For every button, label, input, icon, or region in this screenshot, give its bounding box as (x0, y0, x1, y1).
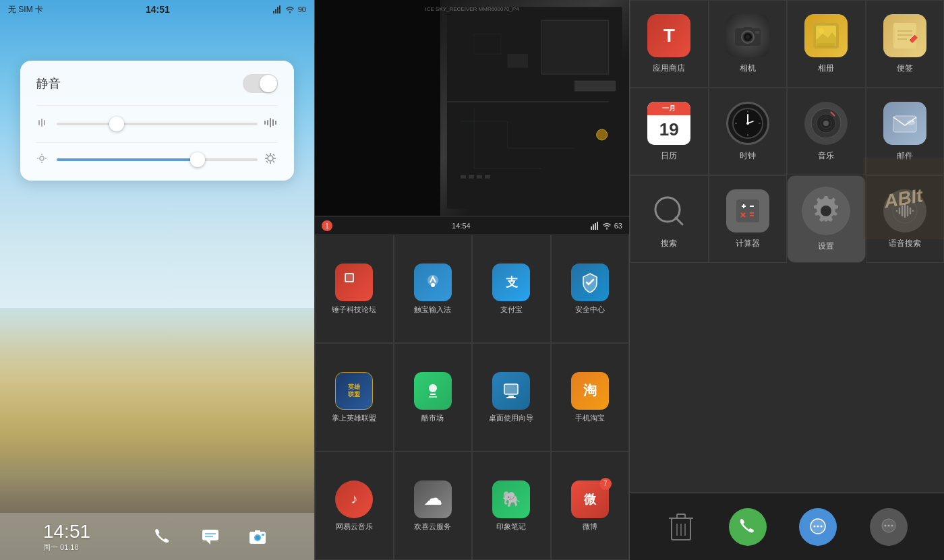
battery-label-1: 90 (298, 5, 306, 13)
app-cell-calc[interactable]: 计算器 (709, 175, 788, 263)
abit-text: ABIt (883, 185, 924, 213)
app-cell-search[interactable]: 搜索 (630, 175, 709, 263)
svg-line-22 (266, 154, 268, 156)
status-left: 无 SIM 卡 (8, 4, 43, 15)
app-label-huanxi: 欢喜云服务 (414, 522, 451, 532)
app-icon-desktop (492, 372, 530, 410)
app-label-lol: 掌上英雄联盟 (332, 413, 376, 423)
svg-rect-42 (461, 175, 466, 179)
brightness-slider-row (36, 152, 278, 167)
dock-phone-icon[interactable] (729, 508, 767, 546)
app-cell-appstore[interactable]: T 应用商店 (630, 0, 709, 88)
vibrate-slider-row (36, 117, 278, 131)
svg-rect-48 (595, 223, 596, 230)
brightness-fill (57, 158, 198, 161)
panel-homescreen: T 应用商店 相机 (630, 0, 944, 560)
svg-point-101 (821, 206, 831, 216)
app-cell-touchpal[interactable]: 触宝输入法 (394, 235, 473, 343)
app-icon-lol: 英雄联盟 (335, 372, 373, 410)
vibrate-thumb[interactable] (109, 117, 124, 131)
app-grid-3: T 应用商店 相机 (630, 0, 944, 493)
status-bar-2: 1 14:54 63 (315, 217, 629, 235)
app-icon-evernote: 🐘 (492, 480, 530, 518)
app-cell-calendar[interactable]: 一月 19 日历 (630, 88, 709, 175)
app-icon-wrapper-hammer (335, 263, 373, 301)
app-cell-camera[interactable]: 相机 (709, 0, 788, 88)
brightness-thumb[interactable] (190, 152, 205, 167)
app-label-taobao: 手机淘宝 (575, 413, 605, 423)
svg-point-68 (819, 28, 824, 34)
app-label-voice: 语音搜索 (889, 238, 921, 249)
svg-rect-56 (429, 396, 437, 398)
status-right-2: 63 (590, 221, 622, 230)
app-icon-wrapper-huanxi: ☁ (414, 480, 452, 518)
app-label-coolapk: 酷市场 (421, 413, 444, 423)
app-label-alipay: 支付宝 (500, 305, 523, 315)
svg-rect-55 (430, 394, 436, 395)
app-icon-music (804, 102, 848, 145)
svg-rect-11 (275, 121, 276, 125)
camera-icon[interactable] (244, 523, 271, 550)
app-cell-alipay[interactable]: 支 支付宝 (472, 235, 551, 343)
app-icon-alipay: 支 (492, 263, 530, 301)
app-cell-desktop[interactable]: 桌面使用向导 (472, 343, 551, 452)
app-icon-photos (804, 14, 848, 57)
svg-rect-34 (262, 534, 264, 536)
svg-point-54 (429, 384, 437, 392)
svg-rect-9 (272, 119, 274, 126)
app-icon-clock (726, 102, 769, 145)
vibrate-track[interactable] (57, 123, 258, 125)
svg-rect-1 (275, 9, 276, 13)
status-right-1: 90 (272, 5, 306, 14)
app-cell-netease[interactable]: ♪ 网易云音乐 (315, 452, 394, 560)
svg-rect-5 (41, 119, 42, 127)
app-icon-wrapper-coolapk (414, 372, 452, 410)
vibrate-min-icon (36, 117, 50, 131)
app-cell-notes[interactable]: 便签 (866, 0, 945, 88)
svg-point-121 (884, 524, 886, 526)
bottom-date: 周一 01.18 (43, 542, 90, 553)
app-cell-taobao[interactable]: 淘 手机淘宝 (551, 343, 630, 452)
mute-row[interactable]: 静音 (36, 74, 278, 93)
trash-wrapper (666, 510, 696, 544)
app-icon-coolapk (414, 372, 452, 410)
app-cell-coolapk[interactable]: 酷市场 (394, 343, 473, 452)
app-cell-lol[interactable]: 英雄联盟 掌上英雄联盟 (315, 343, 394, 452)
abit-watermark: ABIt (863, 158, 944, 239)
app-cell-settings[interactable]: 设置 (787, 175, 866, 263)
wifi-icon-1 (285, 5, 295, 14)
svg-rect-64 (744, 27, 752, 30)
time-label-1: 14:51 (146, 4, 170, 15)
app-cell-clock[interactable]: 时钟 (709, 88, 788, 175)
app-cell-security[interactable]: 安全中心 (551, 235, 630, 343)
app-cell-weibo[interactable]: 微 7 微博 (551, 452, 630, 560)
app-cell-huanxi[interactable]: ☁ 欢喜云服务 (394, 452, 473, 560)
app-cell-evernote[interactable]: 🐘 印象笔记 (472, 452, 551, 560)
app-cell-photos[interactable]: 相册 (787, 0, 866, 88)
dock-messages-icon[interactable] (799, 508, 837, 546)
svg-rect-6 (44, 120, 45, 125)
message-icon[interactable] (197, 523, 224, 550)
panel-launcher: ICE SKY_RECEIVER MMR600070_P4 1 14:54 63 (314, 0, 630, 560)
phone-icon[interactable] (150, 523, 177, 550)
svg-point-90 (912, 120, 914, 122)
app-icon-huanxi: ☁ (414, 480, 452, 518)
bottom-time: 14:51 (43, 521, 90, 542)
app-icon-security (571, 263, 609, 301)
svg-point-63 (746, 35, 750, 39)
app-cell-music[interactable]: 音乐 (787, 88, 866, 175)
no-sim-label: 无 SIM 卡 (8, 4, 43, 15)
svg-point-85 (823, 121, 829, 126)
svg-point-123 (891, 524, 893, 526)
app-cell-hammer[interactable]: 锤子科技论坛 (315, 235, 394, 343)
svg-point-78 (746, 122, 749, 125)
app-icon-wrapper-security (571, 263, 609, 301)
mute-toggle[interactable] (243, 74, 278, 93)
app-icon-touchpal (414, 263, 452, 301)
svg-rect-2 (277, 7, 278, 13)
brightness-track[interactable] (57, 158, 258, 161)
svg-rect-26 (202, 530, 218, 540)
svg-rect-40 (447, 101, 609, 102)
brightness-min-icon (36, 153, 50, 166)
dock-chat-icon[interactable] (870, 508, 908, 546)
